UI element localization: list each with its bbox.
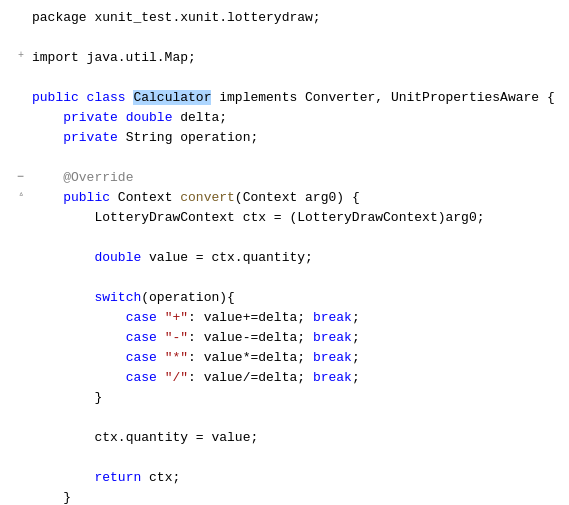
code-line bbox=[0, 68, 569, 88]
code-line: ▵ public Context convert(Context arg0) { bbox=[0, 188, 569, 208]
code-line: switch(operation){ bbox=[0, 288, 569, 308]
code-text bbox=[28, 228, 561, 248]
code-text bbox=[28, 408, 561, 428]
code-line: LotteryDrawContext ctx = (LotteryDrawCon… bbox=[0, 208, 569, 228]
code-text: case "/": value/=delta; break; bbox=[28, 368, 561, 388]
code-text: private double delta; bbox=[28, 108, 561, 128]
code-editor: package xunit_test.xunit.lotterydraw; + … bbox=[0, 0, 569, 505]
code-text: case "+": value+=delta; break; bbox=[28, 308, 561, 328]
code-line: ctx.quantity = value; bbox=[0, 428, 569, 448]
code-text: public Context convert(Context arg0) { bbox=[28, 188, 561, 208]
fold-icon[interactable]: + bbox=[18, 48, 24, 63]
code-line bbox=[0, 448, 569, 468]
code-line: return ctx; bbox=[0, 468, 569, 488]
code-text: LotteryDrawContext ctx = (LotteryDrawCon… bbox=[28, 208, 561, 228]
code-line: case "-": value-=delta; break; bbox=[0, 328, 569, 348]
code-line bbox=[0, 268, 569, 288]
code-text bbox=[28, 68, 561, 88]
code-text: double value = ctx.quantity; bbox=[28, 248, 561, 268]
code-text: public class Calculator implements Conve… bbox=[28, 88, 561, 108]
code-text: return ctx; bbox=[28, 468, 561, 488]
code-text: case "*": value*=delta; break; bbox=[28, 348, 561, 368]
code-line: − @Override bbox=[0, 168, 569, 188]
code-text bbox=[28, 28, 561, 48]
code-text: } bbox=[28, 388, 561, 408]
code-line bbox=[0, 148, 569, 168]
code-line-class-declaration: public class Calculator implements Conve… bbox=[0, 88, 569, 108]
code-line: + import java.util.Map; bbox=[0, 48, 569, 68]
code-line: case "*": value*=delta; break; bbox=[0, 348, 569, 368]
code-text bbox=[28, 268, 561, 288]
code-line: } bbox=[0, 388, 569, 408]
code-text bbox=[28, 148, 561, 168]
code-text: switch(operation){ bbox=[28, 288, 561, 308]
code-line: case "+": value+=delta; break; bbox=[0, 308, 569, 328]
fold-collapse-icon[interactable]: − bbox=[17, 168, 24, 186]
code-line: private String operation; bbox=[0, 128, 569, 148]
code-line bbox=[0, 408, 569, 428]
code-text: ctx.quantity = value; bbox=[28, 428, 561, 448]
code-line: } bbox=[0, 488, 569, 505]
code-line: package xunit_test.xunit.lotterydraw; bbox=[0, 8, 569, 28]
code-text: } bbox=[28, 488, 561, 505]
code-text: private String operation; bbox=[28, 128, 561, 148]
code-text bbox=[28, 448, 561, 468]
code-text: @Override bbox=[28, 168, 561, 188]
code-text: import java.util.Map; bbox=[28, 48, 561, 68]
code-line: private double delta; bbox=[0, 108, 569, 128]
code-line bbox=[0, 28, 569, 48]
gutter: ▵ bbox=[0, 188, 28, 202]
code-line: double value = ctx.quantity; bbox=[0, 248, 569, 268]
code-line: case "/": value/=delta; break; bbox=[0, 368, 569, 388]
fold-triangle-icon[interactable]: ▵ bbox=[19, 188, 24, 202]
gutter: − bbox=[0, 168, 28, 186]
code-text: package xunit_test.xunit.lotterydraw; bbox=[28, 8, 561, 28]
code-text: case "-": value-=delta; break; bbox=[28, 328, 561, 348]
gutter: + bbox=[0, 48, 28, 63]
code-line bbox=[0, 228, 569, 248]
selected-token: Calculator bbox=[133, 90, 211, 105]
